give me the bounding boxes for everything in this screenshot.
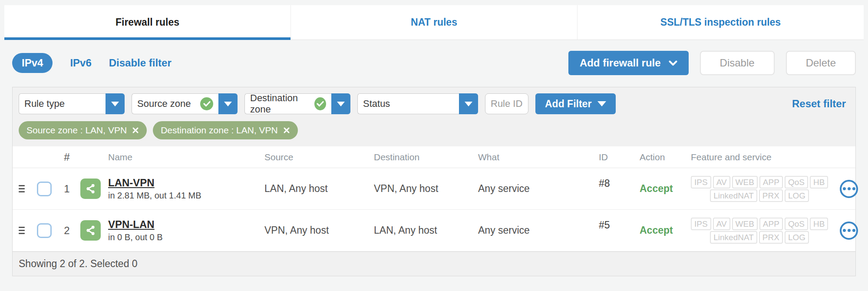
rule-traffic: in 2.81 MB, out 1.41 MB bbox=[108, 191, 264, 201]
reset-filter-link[interactable]: Reset filter bbox=[792, 98, 849, 110]
badge-app: APP bbox=[759, 176, 783, 188]
filter-chip-destination-zone[interactable]: Destination zone : LAN, VPN bbox=[153, 121, 298, 139]
filter-label: Status bbox=[363, 98, 390, 109]
header-source: Source bbox=[264, 152, 374, 162]
row-checkbox[interactable] bbox=[37, 182, 52, 196]
feature-badges: IPS AV WEB APP QoS HB LinkedNAT PRX LOG bbox=[691, 176, 828, 202]
header-destination: Destination bbox=[374, 152, 478, 162]
cell-what: Any service bbox=[478, 183, 599, 195]
badge-linkednat: LinkedNAT bbox=[710, 189, 757, 202]
badge-av: AV bbox=[713, 218, 730, 230]
drag-handle-icon[interactable] bbox=[19, 227, 25, 234]
tab-ssl-tls-inspection-rules[interactable]: SSL/TLS inspection rules bbox=[577, 5, 864, 40]
table-row: 2 VPN-LAN in 0 B, out 0 B VPN, Any host … bbox=[13, 210, 855, 251]
cell-id: #8 bbox=[599, 178, 640, 189]
badge-ips: IPS bbox=[691, 218, 711, 230]
tab-label: Firewall rules bbox=[116, 17, 179, 28]
feature-badges: IPS AV WEB APP QoS HB LinkedNAT PRX LOG bbox=[691, 218, 828, 244]
chevron-down-icon[interactable] bbox=[459, 93, 478, 114]
header-id: ID bbox=[599, 152, 640, 162]
rule-name-link[interactable]: LAN-VPN bbox=[108, 177, 155, 189]
badge-log: LOG bbox=[785, 231, 809, 244]
add-filter-button[interactable]: Add Filter bbox=[535, 93, 616, 114]
cell-action: Accept bbox=[640, 225, 691, 236]
filter-dropdown-rule-type[interactable]: Rule type bbox=[19, 93, 125, 114]
chevron-down-icon[interactable] bbox=[331, 93, 350, 114]
chip-label: Destination zone : LAN, VPN bbox=[161, 125, 278, 136]
rule-name-link[interactable]: VPN-LAN bbox=[108, 218, 155, 231]
applied-filter-chips: Source zone : LAN, VPN Destination zone … bbox=[19, 121, 849, 139]
filter-dropdown-source-zone[interactable]: Source zone bbox=[132, 93, 238, 114]
disable-filter-link[interactable]: Disable filter bbox=[109, 57, 172, 69]
chevron-down-icon bbox=[669, 60, 677, 66]
cell-source: LAN, Any host bbox=[264, 183, 374, 195]
ellipsis-icon[interactable] bbox=[840, 222, 858, 240]
filter-dropdown-status[interactable]: Status bbox=[357, 93, 478, 114]
cell-destination: LAN, Any host bbox=[374, 225, 478, 236]
toolbar: IPv4 IPv6 Disable filter Add firewall ru… bbox=[12, 50, 856, 76]
badge-app: APP bbox=[759, 218, 783, 230]
cell-id: #5 bbox=[599, 219, 640, 231]
cell-action: Accept bbox=[640, 183, 691, 195]
badge-prx: PRX bbox=[759, 231, 783, 244]
header-number: # bbox=[57, 151, 77, 163]
badge-prx: PRX bbox=[759, 189, 783, 202]
badge-qos: QoS bbox=[785, 176, 808, 188]
header-name: Name bbox=[108, 152, 264, 162]
tab-firewall-rules[interactable]: Firewall rules bbox=[4, 5, 290, 40]
badge-log: LOG bbox=[785, 189, 809, 202]
ipv4-toggle[interactable]: IPv4 bbox=[12, 53, 53, 73]
badge-av: AV bbox=[713, 176, 730, 188]
badge-linkednat: LinkedNAT bbox=[710, 231, 757, 244]
badge-ips: IPS bbox=[691, 176, 711, 188]
tab-label: SSL/TLS inspection rules bbox=[660, 17, 781, 28]
row-number: 2 bbox=[57, 225, 77, 237]
firewall-rules-panel: Rule type Source zone Destination zone bbox=[12, 87, 856, 276]
rule-traffic: in 0 B, out 0 B bbox=[108, 232, 264, 242]
filter-chip-source-zone[interactable]: Source zone : LAN, VPN bbox=[19, 121, 147, 139]
chevron-down-icon bbox=[597, 101, 606, 106]
chevron-down-icon[interactable] bbox=[106, 93, 125, 114]
add-firewall-rule-label: Add firewall rule bbox=[580, 57, 661, 69]
close-icon[interactable] bbox=[132, 127, 139, 134]
filter-label: Rule type bbox=[24, 98, 65, 109]
ipv6-toggle[interactable]: IPv6 bbox=[70, 57, 91, 69]
filter-label: Destination zone bbox=[250, 93, 314, 115]
table-row: 1 LAN-VPN in 2.81 MB, out 1.41 MB LAN, A… bbox=[13, 168, 855, 210]
row-number: 1 bbox=[57, 183, 77, 195]
ellipsis-icon[interactable] bbox=[840, 180, 858, 198]
share-icon bbox=[80, 179, 101, 199]
badge-web: WEB bbox=[732, 218, 758, 230]
filter-dropdown-destination-zone[interactable]: Destination zone bbox=[244, 93, 350, 114]
tab-nat-rules[interactable]: NAT rules bbox=[290, 5, 577, 40]
cell-what: Any service bbox=[478, 225, 599, 236]
check-circle-icon bbox=[200, 97, 213, 110]
drag-handle-icon[interactable] bbox=[19, 185, 25, 192]
cell-destination: VPN, Any host bbox=[374, 183, 478, 195]
check-circle-icon bbox=[314, 97, 326, 110]
chevron-down-icon[interactable] bbox=[218, 93, 238, 114]
showing-count-text: Showing 2 of 2. Selected 0 bbox=[19, 258, 138, 270]
cell-source: VPN, Any host bbox=[264, 225, 374, 236]
badge-hb: HB bbox=[810, 176, 828, 188]
badge-hb: HB bbox=[810, 218, 828, 230]
share-icon bbox=[80, 220, 101, 241]
add-firewall-rule-button[interactable]: Add firewall rule bbox=[568, 51, 689, 75]
rule-id-input[interactable] bbox=[485, 93, 528, 114]
filter-label: Source zone bbox=[137, 98, 191, 109]
header-action: Action bbox=[640, 152, 691, 162]
delete-button[interactable]: Delete bbox=[786, 51, 856, 75]
badge-web: WEB bbox=[732, 176, 758, 188]
badge-qos: QoS bbox=[785, 218, 808, 230]
filter-bar: Rule type Source zone Destination zone bbox=[13, 87, 855, 146]
chip-label: Source zone : LAN, VPN bbox=[26, 125, 127, 136]
disable-button[interactable]: Disable bbox=[700, 51, 775, 75]
table-header-row: # Name Source Destination What ID Action… bbox=[13, 146, 855, 168]
header-what: What bbox=[478, 152, 599, 162]
table-footer: Showing 2 of 2. Selected 0 bbox=[13, 251, 855, 276]
tab-label: NAT rules bbox=[411, 17, 457, 28]
row-checkbox[interactable] bbox=[37, 223, 52, 238]
close-icon[interactable] bbox=[283, 127, 290, 134]
add-filter-label: Add Filter bbox=[545, 98, 591, 110]
header-feature-service: Feature and service bbox=[691, 152, 814, 162]
